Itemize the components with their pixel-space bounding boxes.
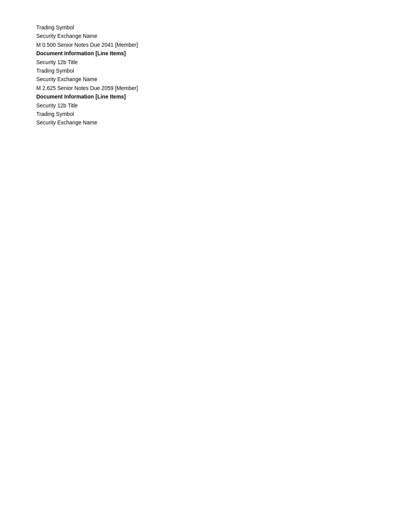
line-6: Trading Symbol — [36, 66, 374, 75]
line-1: Trading Symbol — [36, 23, 374, 32]
line-7: Security Exchange Name — [36, 75, 374, 83]
line-4: Document Information [Line Items] — [36, 49, 374, 58]
line-5: Security 12b Title — [36, 58, 374, 66]
line-8: M 2.625 Senior Notes Due 2059 [Member] — [36, 84, 374, 92]
line-9: Document Information [Line Items] — [36, 92, 374, 101]
line-3: M 0.500 Senior Notes Due 2041 [Member] — [36, 41, 374, 49]
line-10: Security 12b Title — [36, 101, 374, 110]
line-11: Trading Symbol — [36, 110, 374, 118]
main-content: Trading SymbolSecurity Exchange NameM 0.… — [36, 23, 374, 127]
line-12: Security Exchange Name — [36, 118, 374, 127]
line-2: Security Exchange Name — [36, 32, 374, 40]
